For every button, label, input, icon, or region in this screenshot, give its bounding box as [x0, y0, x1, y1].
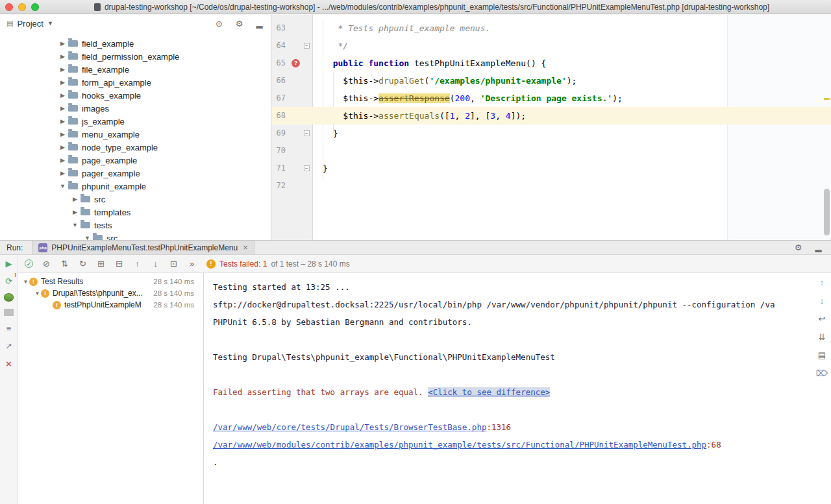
- code-text[interactable]: $this->drupalGet('/examples/phpunit-exam…: [313, 72, 577, 90]
- fold-marker-icon[interactable]: −: [304, 130, 310, 136]
- code-text[interactable]: $this->assertEquals([1, 2], [3, 4]);: [313, 107, 526, 125]
- project-tree-item[interactable]: ▶js_example: [0, 115, 271, 128]
- project-tree-item[interactable]: ▼phpunit_example: [0, 180, 271, 193]
- settings-gear-icon[interactable]: ⚙: [793, 243, 803, 253]
- code-text[interactable]: [313, 142, 323, 160]
- close-icon[interactable]: ×: [4, 358, 14, 368]
- code-text[interactable]: }: [313, 125, 338, 142]
- tree-expand-icon[interactable]: ▶: [58, 40, 67, 47]
- export-test-results-icon[interactable]: ↗: [4, 341, 14, 351]
- code-text[interactable]: */: [313, 37, 348, 54]
- editor-scrollbar-thumb[interactable]: [824, 189, 830, 235]
- tree-collapse-icon[interactable]: ▼: [71, 222, 79, 228]
- tree-collapse-icon[interactable]: ▼: [22, 279, 29, 285]
- show-ignored-icon[interactable]: ⊘: [42, 259, 51, 269]
- project-tree-item[interactable]: ▶field_permission_example: [0, 50, 271, 63]
- code-token: ([: [440, 111, 450, 121]
- project-tree-item[interactable]: ▼src: [0, 232, 271, 240]
- clear-all-icon[interactable]: ⌦: [816, 368, 828, 378]
- import-tests-icon[interactable]: ⊡: [169, 259, 179, 269]
- scroll-to-top-icon[interactable]: ↑: [817, 277, 827, 287]
- project-tree-item[interactable]: ▶file_example: [0, 63, 271, 76]
- show-passed-icon[interactable]: ✓: [25, 259, 33, 268]
- tree-expand-icon[interactable]: ▶: [71, 209, 79, 215]
- scroll-to-end-icon[interactable]: ⇊: [817, 331, 827, 342]
- line-number: 69: [271, 125, 286, 142]
- folder-name: src: [94, 195, 105, 204]
- stack-trace-link[interactable]: /var/www/web/modules/contrib/examples/ph…: [213, 440, 706, 450]
- test-tree-item[interactable]: ▼!Test Results28 s 140 ms: [18, 276, 203, 287]
- fold-marker-icon[interactable]: −: [304, 43, 310, 49]
- scroll-to-bottom-icon[interactable]: ↓: [817, 295, 827, 306]
- stack-trace-link[interactable]: /var/www/web/core/tests/Drupal/Tests/Bro…: [213, 422, 486, 432]
- tree-expand-icon[interactable]: ▶: [58, 105, 67, 112]
- project-tree-item[interactable]: ▶src: [0, 193, 271, 206]
- stop-icon[interactable]: [4, 309, 14, 316]
- tree-collapse-icon[interactable]: ▼: [83, 235, 92, 240]
- tree-expand-icon[interactable]: ▶: [58, 131, 67, 138]
- code-text[interactable]: }: [313, 160, 328, 177]
- test-failed-icon: !: [29, 278, 38, 286]
- project-toolwindow-icon: ▤: [6, 19, 13, 28]
- tree-expand-icon[interactable]: ▶: [58, 118, 67, 125]
- project-tree-item[interactable]: ▶pager_example: [0, 167, 271, 180]
- more-icon[interactable]: »: [187, 259, 197, 269]
- close-window-button[interactable]: [5, 3, 13, 11]
- tree-collapse-icon[interactable]: ▼: [58, 183, 67, 189]
- rerun-failed-tests-icon[interactable]: ⟳!: [4, 276, 14, 286]
- test-history-icon[interactable]: ≡: [4, 323, 14, 333]
- debug-icon[interactable]: [4, 293, 14, 302]
- sort-alphabetically-icon[interactable]: ⇅: [60, 259, 69, 269]
- tree-expand-icon[interactable]: ▶: [58, 170, 67, 176]
- breakpoint-icon[interactable]: ?: [291, 59, 300, 67]
- code-text[interactable]: [313, 177, 323, 195]
- settings-gear-icon[interactable]: ⚙: [234, 18, 244, 29]
- project-tree-item[interactable]: ▶field_example: [0, 37, 271, 50]
- hide-panel-icon[interactable]: ▂: [254, 18, 264, 29]
- collapse-all-icon[interactable]: ⊟: [114, 259, 124, 269]
- tree-expand-icon[interactable]: ▶: [58, 66, 67, 73]
- chevron-down-icon[interactable]: ▼: [47, 20, 53, 27]
- tree-collapse-icon[interactable]: ▼: [34, 291, 41, 296]
- project-tree-item[interactable]: ▶hooks_example: [0, 89, 271, 102]
- project-tree-item[interactable]: ▶node_type_example: [0, 141, 271, 154]
- project-editor-splitter[interactable]: [271, 15, 271, 240]
- print-icon[interactable]: ▤: [817, 350, 827, 360]
- soft-wrap-icon[interactable]: ↩: [817, 313, 827, 324]
- warning-stripe-mark[interactable]: [824, 98, 830, 100]
- project-panel-title[interactable]: Project: [17, 19, 43, 29]
- project-tree-item[interactable]: ▶page_example: [0, 154, 271, 167]
- fold-marker-icon[interactable]: −: [304, 165, 310, 171]
- minimize-window-button[interactable]: [18, 3, 26, 11]
- code-token: 4: [506, 111, 511, 121]
- project-tree-item[interactable]: ▶menu_example: [0, 128, 271, 141]
- project-tree-item[interactable]: ▼tests: [0, 219, 271, 232]
- code-text[interactable]: * Tests phpunit_example menus.: [313, 19, 490, 37]
- zoom-window-button[interactable]: [31, 3, 39, 11]
- rerun-icon[interactable]: ▶: [4, 258, 14, 269]
- run-configuration-tab[interactable]: php PHPUnitExampleMenuTest.testPhpUnitEx…: [32, 241, 254, 254]
- tree-expand-icon[interactable]: ▶: [58, 157, 67, 163]
- next-failed-test-icon[interactable]: ↓: [151, 259, 160, 269]
- code-line: 66 $this->drupalGet('/examples/phpunit-e…: [271, 72, 831, 90]
- expand-all-icon[interactable]: ⊞: [96, 259, 106, 269]
- project-tree-item[interactable]: ▶templates: [0, 206, 271, 219]
- sort-by-duration-icon[interactable]: ↻: [78, 259, 88, 269]
- hide-panel-icon[interactable]: ▂: [813, 243, 823, 253]
- test-tree-item[interactable]: ▼!Drupal\Tests\phpunit_ex...28 s 140 ms: [18, 287, 203, 299]
- tree-expand-icon[interactable]: ▶: [58, 53, 67, 60]
- tree-expand-icon[interactable]: ▶: [58, 92, 67, 99]
- tree-expand-icon[interactable]: ▶: [58, 79, 67, 86]
- tab-close-icon[interactable]: ×: [243, 243, 248, 252]
- project-tree-item[interactable]: ▶images: [0, 102, 271, 115]
- test-tree-item[interactable]: !testPhpUnitExampleM28 s 140 ms: [18, 299, 203, 311]
- project-tree-item[interactable]: ▶form_api_example: [0, 76, 271, 89]
- see-difference-link[interactable]: <Click to see difference>: [428, 387, 550, 397]
- code-text[interactable]: $this->assertResponse(200, 'Description …: [313, 90, 623, 107]
- code-text[interactable]: public function testPhpUnitExampleMenu()…: [313, 54, 546, 72]
- tree-expand-icon[interactable]: ▶: [58, 144, 67, 150]
- line-number: 71: [271, 160, 286, 177]
- locate-file-icon[interactable]: ⊙: [214, 18, 224, 29]
- previous-failed-test-icon[interactable]: ↑: [132, 259, 142, 269]
- tree-expand-icon[interactable]: ▶: [71, 196, 79, 202]
